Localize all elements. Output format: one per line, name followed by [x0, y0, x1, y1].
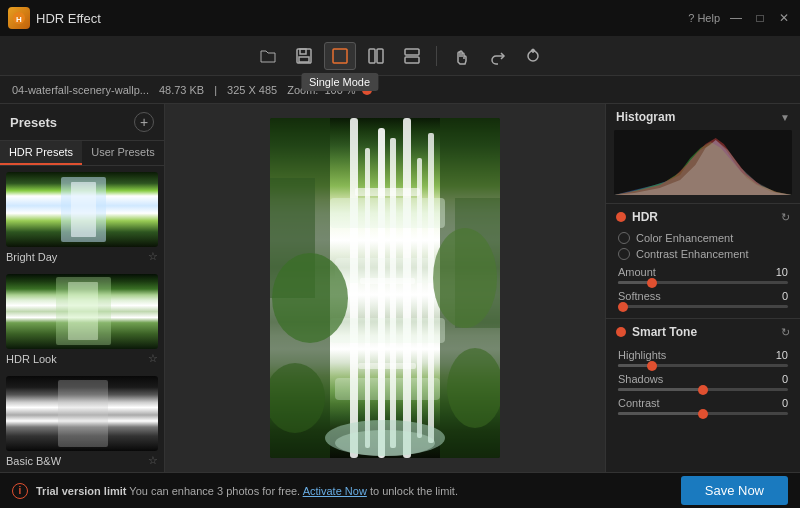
histogram-collapse-button[interactable]: ▼ [780, 112, 790, 123]
preset-name-row: Basic B&W ☆ [6, 451, 158, 470]
histogram-section: Histogram ▼ [606, 104, 800, 204]
filesize-label: 48.73 KB [159, 84, 204, 96]
trial-title: Trial version limit [36, 485, 126, 497]
svg-rect-25 [378, 128, 385, 458]
info-icon: i [12, 483, 28, 499]
preset-name: Basic B&W [6, 455, 61, 467]
smart-tone-section: Smart Tone ↻ Highlights 10 Shadows 0 [606, 319, 800, 425]
hdr-header: HDR ↻ [606, 204, 800, 230]
hand-tool-button[interactable] [445, 42, 477, 70]
smart-tone-dot [616, 327, 626, 337]
split-v-view-button[interactable] [396, 42, 428, 70]
app-title: HDR Effect [36, 11, 101, 26]
contrast-enhancement-radio[interactable]: Contrast Enhancement [606, 246, 800, 262]
softness-label: Softness [618, 290, 661, 302]
preset-thumbnail [6, 172, 158, 247]
hdr-presets-tab[interactable]: HDR Presets [0, 141, 82, 165]
save-now-button[interactable]: Save Now [681, 476, 788, 505]
single-view-button[interactable]: Single Mode [324, 42, 356, 70]
activate-now-link[interactable]: Activate Now [303, 485, 367, 497]
center-area [165, 104, 605, 472]
svg-rect-33 [335, 378, 440, 400]
preset-name-row: HDR Look ☆ [6, 349, 158, 368]
shadows-slider-row: Shadows 0 [606, 369, 800, 393]
shadows-slider[interactable] [618, 388, 788, 391]
main-content: Presets + HDR Presets User Presets [0, 104, 800, 472]
right-panel: Histogram ▼ [605, 104, 800, 472]
presets-list: Bright Day ☆ [0, 166, 164, 472]
svg-rect-26 [390, 138, 396, 448]
amount-slider[interactable] [618, 281, 788, 284]
open-folder-button[interactable] [252, 42, 284, 70]
toolbar-divider [436, 46, 437, 66]
highlights-slider-thumb[interactable] [647, 361, 657, 371]
histogram-title: Histogram [616, 110, 675, 124]
star-icon[interactable]: ☆ [148, 250, 158, 263]
minimize-button[interactable]: — [728, 10, 744, 26]
svg-rect-17 [58, 380, 108, 447]
title-bar: H HDR Effect ? Help — □ ✕ [0, 0, 800, 36]
smart-tone-refresh-button[interactable]: ↻ [781, 326, 790, 339]
svg-rect-12 [71, 182, 96, 237]
presets-title: Presets [10, 115, 57, 130]
split-h-view-button[interactable] [360, 42, 392, 70]
preset-thumbnail [6, 376, 158, 451]
contrast-slider-thumb[interactable] [698, 409, 708, 419]
softness-slider[interactable] [618, 305, 788, 308]
amount-label: Amount [618, 266, 656, 278]
hdr-dot [616, 212, 626, 222]
contrast-slider-row: Contrast 0 [606, 393, 800, 417]
amount-slider-thumb[interactable] [647, 278, 657, 288]
help-button[interactable]: ? Help [688, 12, 720, 24]
svg-rect-27 [403, 118, 411, 458]
presets-header: Presets + [0, 104, 164, 141]
softness-slider-row: Softness 0 [606, 286, 800, 310]
single-mode-tooltip: Single Mode [301, 73, 378, 91]
trial-info: i Trial version limit You can enhance 3 … [12, 483, 458, 499]
list-item[interactable]: HDR Look ☆ [6, 274, 158, 368]
radio-button[interactable] [618, 248, 630, 260]
shadows-label: Shadows [618, 373, 663, 385]
redo-button[interactable] [481, 42, 513, 70]
contrast-value: 0 [782, 397, 788, 409]
contrast-slider[interactable] [618, 412, 788, 415]
shadows-label-row: Shadows 0 [618, 373, 788, 385]
list-item[interactable]: Basic B&W ☆ [6, 376, 158, 470]
svg-rect-23 [350, 118, 358, 458]
filename-label: 04-waterfall-scenery-wallp... [12, 84, 149, 96]
svg-point-39 [335, 430, 435, 456]
star-icon[interactable]: ☆ [148, 454, 158, 467]
softness-label-row: Softness 0 [618, 290, 788, 302]
svg-rect-30 [330, 198, 445, 228]
preset-thumbnail [6, 274, 158, 349]
highlights-value: 10 [776, 349, 788, 361]
save-file-button[interactable] [288, 42, 320, 70]
file-info-bar: 04-waterfall-scenery-wallp... 48.73 KB |… [0, 76, 800, 104]
preset-name: Bright Day [6, 251, 57, 263]
svg-rect-4 [299, 57, 309, 62]
svg-rect-8 [405, 49, 419, 55]
radio-button[interactable] [618, 232, 630, 244]
star-icon[interactable]: ☆ [148, 352, 158, 365]
highlights-label-row: Highlights 10 [618, 349, 788, 361]
maximize-button[interactable]: □ [752, 10, 768, 26]
softness-slider-thumb[interactable] [618, 302, 628, 312]
close-button[interactable]: ✕ [776, 10, 792, 26]
color-enhancement-radio[interactable]: Color Enhancement [606, 230, 800, 246]
preset-tabs: HDR Presets User Presets [0, 141, 164, 166]
hdr-refresh-button[interactable]: ↻ [781, 211, 790, 224]
svg-rect-42 [358, 363, 416, 369]
list-item[interactable]: Bright Day ☆ [6, 172, 158, 266]
trial-text: You can enhance 3 photos for free. Activ… [129, 485, 458, 497]
highlights-slider-row: Highlights 10 [606, 345, 800, 369]
add-preset-button[interactable]: + [134, 112, 154, 132]
separator: | [214, 84, 217, 96]
smart-tone-title: Smart Tone [632, 325, 775, 339]
highlights-slider[interactable] [618, 364, 788, 367]
contrast-enhancement-label: Contrast Enhancement [636, 248, 749, 260]
trial-message: Trial version limit You can enhance 3 ph… [36, 485, 458, 497]
user-presets-tab[interactable]: User Presets [82, 141, 164, 165]
reset-button[interactable] [517, 42, 549, 70]
shadows-slider-thumb[interactable] [698, 385, 708, 395]
preset-name: HDR Look [6, 353, 57, 365]
